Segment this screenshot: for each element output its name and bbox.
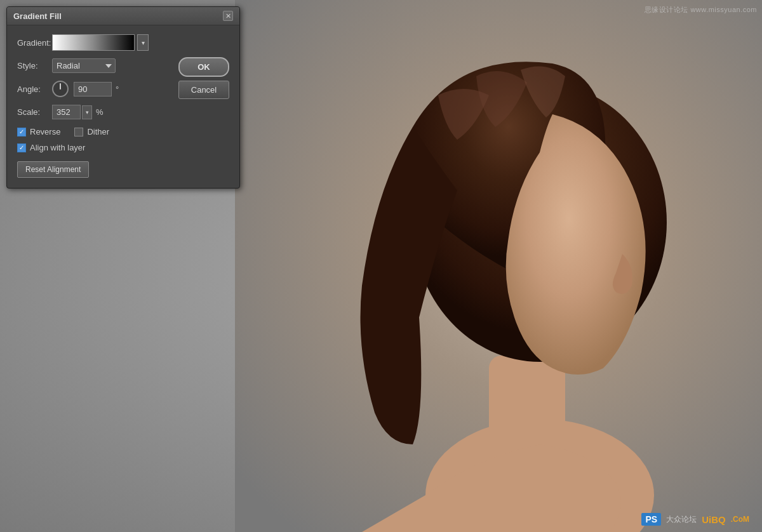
bottom-text: 大众论坛 (666, 514, 697, 525)
style-select[interactable]: Radial Linear Angle Reflected Diamond (52, 58, 116, 73)
dither-checkbox[interactable] (74, 128, 83, 136)
gradient-dropdown-arrow[interactable]: ▾ (137, 34, 149, 51)
ok-button[interactable]: OK (178, 57, 229, 77)
angle-input[interactable] (74, 82, 112, 96)
dialog-title: Gradient Fill (13, 11, 62, 21)
cancel-button[interactable]: Cancel (178, 81, 229, 99)
scale-row: Scale: ▾ % (17, 105, 229, 119)
gradient-preview-swatch[interactable] (52, 34, 135, 51)
scale-input[interactable] (52, 105, 81, 119)
angle-label: Angle: (17, 84, 52, 94)
watermark-text: 思缘设计论坛 www.missyuan.com (645, 6, 757, 13)
uibq-text: UiBQ (702, 514, 726, 525)
align-label[interactable]: Align with layer (30, 143, 85, 152)
reverse-checkbox[interactable] (17, 128, 26, 136)
dither-label[interactable]: Dither (87, 127, 109, 136)
gradient-fill-dialog: Gradient Fill ✕ Gradient: ▾ Style: Radia… (6, 6, 240, 189)
photo-background (235, 0, 762, 532)
dialog-actions: OK Cancel (178, 57, 229, 99)
percent-symbol: % (96, 107, 104, 117)
com-text: .CoM (731, 515, 749, 524)
dialog-titlebar: Gradient Fill ✕ (7, 7, 239, 25)
dither-group: Dither (74, 127, 109, 136)
watermark-bottom: PS 大众论坛 UiBQ .CoM (641, 513, 749, 526)
gradient-row: Gradient: ▾ (17, 34, 229, 51)
watermark-top: 思缘设计论坛 www.missyuan.com (645, 5, 757, 15)
reverse-label[interactable]: Reverse (30, 127, 60, 136)
align-row: Align with layer (17, 143, 229, 152)
reset-alignment-button[interactable]: Reset Alignment (17, 161, 89, 178)
style-label: Style: (17, 61, 52, 70)
scale-label: Scale: (17, 107, 52, 117)
close-button[interactable]: ✕ (223, 11, 233, 21)
dialog-body: Gradient: ▾ Style: Radial Linear Angle R… (7, 25, 239, 188)
gradient-label: Gradient: (17, 38, 52, 48)
gradient-preview-container: ▾ (52, 34, 149, 51)
align-checkbox[interactable] (17, 143, 26, 152)
ps-logo: PS (641, 513, 661, 526)
scale-dropdown-arrow[interactable]: ▾ (82, 105, 92, 119)
reverse-group: Reverse (17, 127, 60, 136)
options-row: Reverse Dither (17, 127, 229, 136)
angle-knob[interactable] (52, 81, 69, 97)
degree-symbol: ° (116, 84, 119, 94)
reset-alignment-row: Reset Alignment (17, 161, 229, 178)
